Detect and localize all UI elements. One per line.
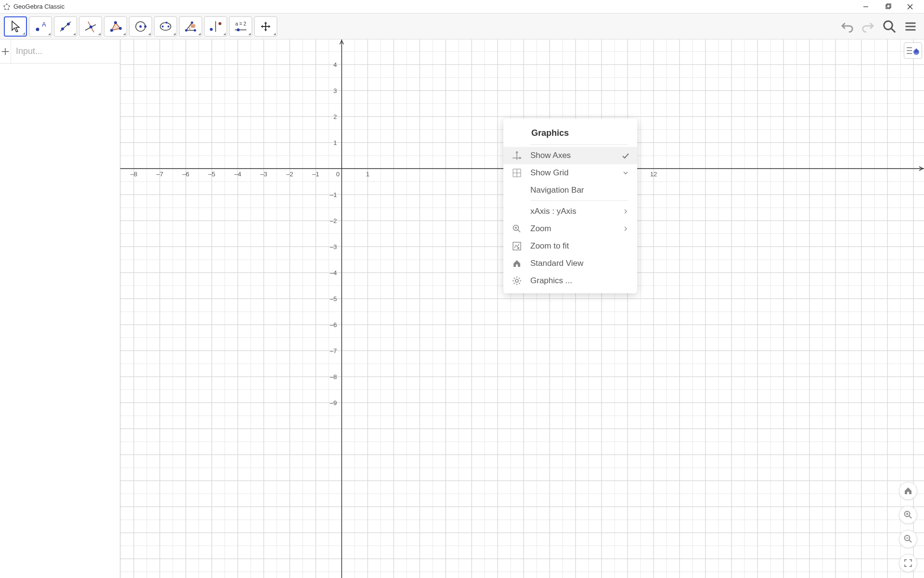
svg-point-30 [191, 21, 193, 24]
menu-axis-ratio-label: xAxis : yAxis [530, 207, 621, 216]
svg-point-37 [237, 28, 240, 31]
menu-axis-ratio[interactable]: xAxis : yAxis [503, 203, 637, 220]
tool-slider[interactable]: a = 2 [229, 16, 252, 37]
menu-zoom-to-fit-label: Zoom to fit [530, 241, 630, 251]
float-home-button[interactable] [899, 482, 917, 500]
menu-navigation-bar[interactable]: Navigation Bar [503, 182, 637, 199]
chevron-right-icon [621, 226, 630, 232]
algebra-panel [0, 39, 120, 578]
float-fullscreen-button[interactable] [899, 554, 917, 572]
algebra-input[interactable] [11, 46, 132, 56]
spacer-icon [510, 184, 524, 196]
svg-point-14 [67, 23, 70, 26]
svg-point-23 [144, 25, 147, 27]
float-zoom-in-button[interactable] [899, 506, 917, 524]
svg-text:–2: –2 [330, 217, 337, 224]
gear-icon [510, 275, 524, 287]
svg-text:–6: –6 [330, 321, 337, 328]
tool-angle[interactable]: α [179, 16, 202, 37]
menu-separator [530, 144, 628, 145]
zoom-to-fit-icon [510, 240, 524, 252]
svg-text:–6: –6 [182, 171, 189, 178]
svg-text:2: 2 [334, 113, 337, 120]
chevron-down-icon [621, 170, 630, 176]
svg-text:0: 0 [336, 171, 339, 178]
redo-button[interactable] [859, 17, 878, 36]
menu-graphics-settings-label: Graphics ... [530, 276, 630, 286]
svg-point-29 [194, 29, 196, 31]
graphics-stylebar-button[interactable] [904, 42, 922, 59]
graphics-panel[interactable]: –8–7–6–5–4–3–2–1017891011124321–1–2–3–4–… [120, 39, 924, 578]
svg-text:–4: –4 [234, 171, 241, 178]
menu-graphics-settings[interactable]: Graphics ... [503, 272, 637, 289]
svg-text:12: 12 [650, 171, 657, 178]
menu-separator [530, 200, 628, 201]
svg-text:3: 3 [334, 87, 337, 94]
menu-zoom-label: Zoom [530, 224, 621, 234]
svg-rect-7 [887, 4, 891, 8]
svg-text:–1: –1 [330, 191, 337, 198]
main-area: –8–7–6–5–4–3–2–1017891011124321–1–2–3–4–… [0, 39, 924, 578]
svg-text:1: 1 [334, 139, 337, 146]
svg-text:–7: –7 [156, 171, 163, 178]
svg-text:–1: –1 [312, 171, 319, 178]
svg-point-251 [515, 279, 518, 282]
tool-reflect[interactable] [204, 16, 227, 37]
menu-zoom[interactable]: Zoom [503, 220, 637, 237]
tool-polygon[interactable] [104, 16, 127, 37]
tool-perpendicular-line[interactable] [79, 16, 102, 37]
svg-text:–5: –5 [208, 171, 215, 178]
svg-point-26 [167, 26, 169, 27]
svg-text:–7: –7 [330, 347, 337, 355]
menu-zoom-to-fit[interactable]: Zoom to fit [503, 237, 637, 255]
menu-show-grid[interactable]: Show Grid [503, 164, 637, 182]
svg-point-18 [110, 29, 113, 32]
svg-point-34 [210, 28, 213, 31]
search-button[interactable] [880, 17, 899, 36]
svg-point-22 [140, 25, 142, 27]
svg-rect-6 [886, 5, 890, 9]
axes-icon [510, 150, 524, 161]
menu-show-grid-label: Show Grid [530, 168, 621, 178]
app-logo-icon [3, 3, 11, 11]
algebra-add-button[interactable] [0, 39, 11, 63]
svg-line-39 [891, 28, 895, 32]
close-button[interactable] [899, 0, 921, 13]
spacer-icon [510, 206, 524, 217]
svg-text:1: 1 [366, 171, 369, 178]
float-zoom-out-button[interactable] [899, 530, 917, 548]
svg-line-256 [514, 278, 515, 279]
svg-point-17 [90, 26, 92, 28]
menu-button[interactable] [901, 17, 920, 36]
svg-text:α: α [192, 25, 194, 27]
maximize-button[interactable] [877, 0, 899, 13]
minimize-button[interactable] [855, 0, 877, 13]
floating-buttons [899, 482, 917, 572]
tool-move[interactable] [4, 16, 27, 37]
svg-line-258 [514, 283, 515, 284]
slider-label-text: a = 2 [235, 21, 246, 26]
svg-text:A: A [42, 21, 46, 28]
svg-point-250 [517, 247, 519, 249]
svg-point-25 [162, 26, 164, 27]
undo-button[interactable] [837, 17, 857, 36]
svg-line-265 [909, 540, 911, 542]
tool-point[interactable]: A [29, 16, 52, 37]
menu-show-axes[interactable]: Show Axes [503, 147, 637, 164]
tool-move-view[interactable] [254, 16, 277, 37]
svg-point-20 [119, 27, 122, 30]
svg-line-261 [909, 516, 911, 518]
tool-line[interactable] [54, 16, 77, 37]
check-icon [621, 151, 630, 160]
tool-ellipse[interactable] [154, 16, 177, 37]
svg-text:–8: –8 [330, 373, 337, 381]
svg-point-28 [185, 29, 188, 31]
svg-point-27 [166, 22, 167, 24]
svg-text:–8: –8 [130, 171, 137, 178]
titlebar: GeoGebra Classic [0, 0, 924, 13]
svg-point-10 [36, 27, 39, 31]
svg-text:–9: –9 [330, 399, 337, 407]
svg-text:–4: –4 [330, 269, 337, 276]
tool-circle[interactable] [129, 16, 152, 37]
menu-standard-view[interactable]: Standard View [503, 255, 637, 272]
